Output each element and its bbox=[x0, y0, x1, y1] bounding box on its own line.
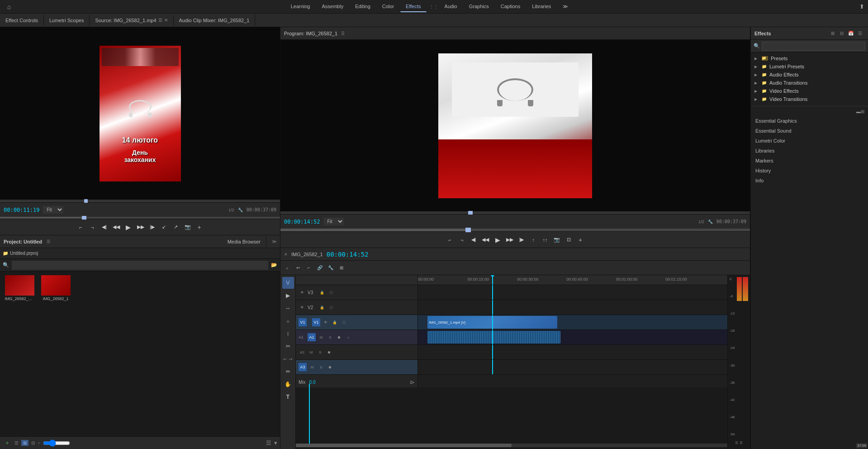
track-a3-content[interactable] bbox=[418, 360, 727, 374]
track-a1-content[interactable] bbox=[418, 330, 727, 344]
source-tab-menu[interactable]: ☰ bbox=[158, 18, 162, 23]
source-btn-step-fwd[interactable]: ▶▶ bbox=[136, 223, 145, 232]
tl-btn-snap[interactable]: ⌐ bbox=[305, 264, 313, 272]
v1-target-btn[interactable]: V1 bbox=[299, 318, 307, 326]
effects-link-essential-sound[interactable]: Essential Sound bbox=[751, 126, 868, 136]
program-panel-menu[interactable]: ☰ bbox=[341, 31, 345, 36]
tool-type[interactable]: T bbox=[282, 391, 294, 403]
a3-source-btn[interactable]: A3 bbox=[299, 363, 307, 371]
nav-libraries[interactable]: Libraries bbox=[526, 1, 556, 12]
source-btn-go-in[interactable]: ◀| bbox=[100, 223, 109, 232]
settings-icon[interactable]: ☰ bbox=[266, 439, 271, 446]
effects-panel-menu[interactable]: ☰ bbox=[855, 29, 864, 38]
nav-graphics[interactable]: Graphics bbox=[464, 1, 494, 12]
source-scrubber[interactable] bbox=[0, 200, 280, 202]
effects-link-lumetri-color[interactable]: Lumetri Color bbox=[751, 136, 868, 146]
thumb-size-slider[interactable] bbox=[43, 440, 70, 446]
nav-assembly[interactable]: Assembly bbox=[316, 1, 349, 12]
effects-folder-video-fx[interactable]: ▶ 📁 Video Effects bbox=[751, 87, 868, 95]
effects-folder-video-trans[interactable]: ▶ 📁 Video Transitions bbox=[751, 95, 868, 103]
effects-icon-btn-1[interactable]: ⊞ bbox=[828, 29, 837, 38]
prog-btn-mark-out[interactable]: ¬ bbox=[457, 235, 466, 244]
track-v1-content[interactable]: IMG_26582_1.mp4 [V] bbox=[418, 315, 727, 330]
tl-btn-wrench[interactable]: 🔧 bbox=[327, 264, 335, 272]
effects-link-info[interactable]: Info bbox=[751, 176, 868, 186]
v2-eye-btn[interactable]: 👁 bbox=[299, 304, 306, 311]
tl-btn-sequence[interactable]: ⊞ bbox=[337, 264, 346, 272]
a1-mute-btn[interactable]: M bbox=[318, 334, 325, 341]
nav-effects[interactable]: Effects bbox=[400, 1, 426, 12]
effects-view-grid[interactable]: ⊞ bbox=[861, 109, 864, 114]
prog-btn-go-in[interactable]: ◀| bbox=[469, 235, 478, 244]
icon-view-btn[interactable]: ⊞ bbox=[21, 440, 28, 446]
proj-new-folder[interactable]: 📂 bbox=[271, 262, 277, 268]
source-progress-head[interactable] bbox=[82, 216, 86, 220]
effects-link-history[interactable]: History bbox=[751, 166, 868, 176]
program-fit-dropdown[interactable]: Fit bbox=[323, 218, 344, 225]
a1-solo-btn[interactable]: S bbox=[327, 334, 334, 341]
source-btn-insert[interactable]: ↙ bbox=[160, 223, 169, 232]
source-fit-dropdown[interactable]: Fit bbox=[43, 206, 63, 214]
list-view-btn[interactable]: ☰ bbox=[14, 440, 19, 445]
a2-solo-btn[interactable]: S bbox=[317, 349, 324, 356]
effects-folder-audio-trans[interactable]: ▶ 📁 Audio Transitions bbox=[751, 79, 868, 87]
tl-btn-add-marker[interactable]: ⬦ bbox=[283, 264, 291, 272]
v3-target-btn[interactable]: ⬡ bbox=[327, 289, 335, 296]
effects-search-input[interactable] bbox=[762, 42, 865, 51]
program-scrubber-head[interactable] bbox=[468, 211, 473, 215]
scrollbar-thumb[interactable] bbox=[296, 444, 512, 447]
home-button[interactable]: ⌂ bbox=[0, 3, 18, 10]
a1-clip[interactable] bbox=[427, 331, 560, 344]
source-btn-camera[interactable]: 📷 bbox=[183, 223, 192, 232]
prog-btn-go-out[interactable]: |▶ bbox=[517, 235, 526, 244]
prog-btn-camera[interactable]: 📷 bbox=[552, 235, 561, 244]
v1-lock-btn[interactable]: 🔒 bbox=[331, 319, 338, 326]
program-wrench-icon[interactable]: 🔧 bbox=[708, 220, 713, 224]
tool-razor[interactable]: ✂ bbox=[282, 340, 294, 352]
a1-source-btn[interactable]: A1 bbox=[308, 333, 316, 341]
new-item-btn[interactable]: + bbox=[3, 440, 12, 446]
nav-captions[interactable]: Captions bbox=[495, 1, 526, 12]
freeform-view-btn[interactable]: ⊟ bbox=[31, 440, 35, 445]
export-button[interactable]: ⬆ bbox=[859, 3, 864, 10]
nav-color[interactable]: Color bbox=[377, 1, 399, 12]
program-scrubber[interactable] bbox=[280, 211, 750, 214]
expand-btn[interactable]: ▾ bbox=[274, 439, 277, 446]
panel-expand-icon[interactable]: ≫ bbox=[272, 239, 276, 244]
nav-audio[interactable]: Audio bbox=[439, 1, 463, 12]
tool-select[interactable]: V bbox=[282, 277, 294, 289]
effects-folder-lumetri[interactable]: ▶ 📁 Lumetri Presets bbox=[751, 62, 868, 71]
v2-lock-btn[interactable]: 🔒 bbox=[318, 304, 326, 311]
source-tab-close[interactable]: ✕ bbox=[164, 18, 168, 23]
source-btn-go-out[interactable]: |▶ bbox=[148, 223, 157, 232]
effects-icon-btn-3[interactable]: 📅 bbox=[846, 29, 855, 38]
source-btn-mark-in[interactable]: ⌐ bbox=[76, 223, 85, 232]
a3-mute-btn[interactable]: M bbox=[308, 363, 316, 371]
tool-slip[interactable]: ←→ bbox=[282, 353, 294, 365]
a1-record-btn[interactable]: ⏺ bbox=[336, 334, 343, 341]
tool-track-select[interactable]: ▶ bbox=[282, 290, 294, 301]
track-v3-content[interactable] bbox=[418, 285, 727, 300]
prog-btn-add[interactable]: + bbox=[576, 235, 585, 244]
source-btn-overlay[interactable]: ↗ bbox=[171, 223, 180, 232]
effects-link-markers[interactable]: Markers bbox=[751, 156, 868, 166]
v1-source-btn[interactable]: V1 bbox=[312, 318, 320, 326]
nav-editing[interactable]: Editing bbox=[350, 1, 376, 12]
a3-record-btn[interactable]: ⏺ bbox=[327, 363, 334, 371]
prog-btn-extract[interactable]: ↑↑ bbox=[541, 235, 550, 244]
a1-keyframe-btn[interactable]: ⌂ bbox=[345, 334, 352, 341]
v1-target-btn2[interactable]: ⬡ bbox=[340, 319, 347, 326]
project-search-input[interactable] bbox=[12, 261, 268, 270]
tool-rate-stretch[interactable]: ↕ bbox=[282, 328, 294, 339]
tl-btn-ripple-delete[interactable]: ↩ bbox=[294, 264, 302, 272]
prog-btn-mark-in[interactable]: ⌐ bbox=[446, 235, 455, 244]
tab-lumetri-scopes[interactable]: Lumetri Scopes bbox=[44, 15, 90, 26]
timeline-scrollbar[interactable] bbox=[296, 444, 727, 447]
a2-mute-btn[interactable]: M bbox=[308, 349, 315, 356]
prog-btn-step-back[interactable]: ◀◀ bbox=[481, 235, 490, 244]
a2-record-btn[interactable]: ⏺ bbox=[326, 349, 333, 356]
a3-solo-btn[interactable]: S bbox=[318, 363, 325, 371]
mix-go-to-btn[interactable]: ⊳ bbox=[410, 379, 415, 386]
nav-learning[interactable]: Learning bbox=[285, 1, 316, 12]
prog-play-btn[interactable]: ▶ bbox=[493, 235, 503, 245]
